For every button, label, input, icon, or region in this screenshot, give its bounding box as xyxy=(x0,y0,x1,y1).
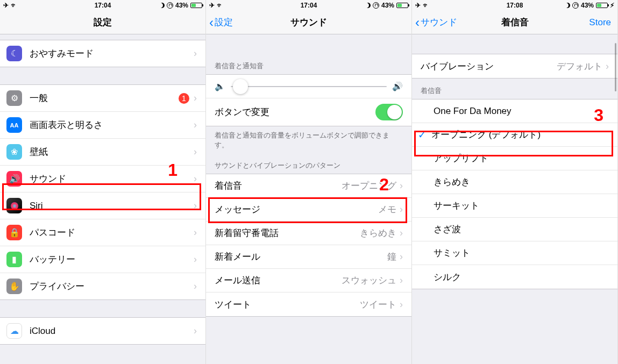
airplane-icon: ✈︎ xyxy=(415,2,421,9)
ringtone-default[interactable]: ✓ オープニング (デフォルト) xyxy=(412,123,617,147)
cell-battery[interactable]: ▮ バッテリー › xyxy=(0,246,205,273)
ringtone-label: サーキット xyxy=(434,199,609,212)
chevron-right-icon: › xyxy=(400,275,403,286)
toggle-change-with-buttons[interactable] xyxy=(375,104,403,120)
volume-slider-row[interactable]: 🔈 🔊 xyxy=(206,75,411,98)
cell-sent-mail[interactable]: メール送信 スウォッシュ › xyxy=(206,269,411,292)
ringtone-custom[interactable]: One For Da Money xyxy=(412,99,617,123)
group-footer: 着信音と通知音の音量をボリュームボタンで調節できます。 xyxy=(206,126,411,153)
cell-label: おやすみモード xyxy=(30,47,194,60)
chevron-right-icon: › xyxy=(194,146,197,158)
status-time: 17:04 xyxy=(301,2,317,9)
cell-detail: きらめき xyxy=(360,227,396,239)
airplane-icon: ✈︎ xyxy=(209,2,215,9)
cell-vibration[interactable]: バイブレーション デフォルト › xyxy=(412,54,617,78)
back-button[interactable]: ‹ サウンド xyxy=(415,16,457,29)
cell-detail: デフォルト xyxy=(557,60,602,73)
wifi-icon: ᯤ xyxy=(11,2,17,9)
text-size-icon: AA xyxy=(6,117,22,133)
ringtone-label: シルク xyxy=(434,271,609,283)
cell-do-not-disturb[interactable]: ☾ おやすみモード › xyxy=(0,40,205,67)
status-bar: ✈︎ ᯤ 17:04 43% xyxy=(0,0,205,11)
group-header-patterns: サウンドとバイブレーションのパターン xyxy=(206,153,411,174)
chevron-right-icon: › xyxy=(400,204,403,215)
store-button[interactable]: Store xyxy=(589,17,611,28)
lock-icon: 🔒 xyxy=(6,225,22,240)
status-bar: ✈︎ ᯤ 17:08 43% ⚡︎ xyxy=(412,0,617,11)
ringtone-item[interactable]: アップリフト xyxy=(412,147,617,170)
speaker-high-icon: 🔊 xyxy=(392,81,403,91)
chevron-right-icon: › xyxy=(606,61,609,72)
cell-label: Siri xyxy=(30,201,194,211)
cell-voicemail[interactable]: 新着留守番電話 きらめき › xyxy=(206,222,411,245)
cell-label: 新着メール xyxy=(215,251,387,263)
wifi-icon: ᯤ xyxy=(423,2,429,9)
battery-pct: 43% xyxy=(581,2,594,9)
ringtone-label: さざ波 xyxy=(434,223,609,235)
chevron-right-icon: › xyxy=(194,200,197,211)
battery-icon xyxy=(596,3,608,8)
ringtone-item[interactable]: サミット xyxy=(412,241,617,265)
screen-settings: ✈︎ ᯤ 17:04 43% 設定 ☾ おやすみモード › ⚙︎ 一般 1 › … xyxy=(0,0,206,364)
cell-label: 画面表示と明るさ xyxy=(30,119,194,131)
moon-icon: ☾ xyxy=(6,46,22,61)
cell-label: パスコード xyxy=(30,226,194,239)
charging-icon: ⚡︎ xyxy=(610,2,614,9)
status-time: 17:08 xyxy=(507,2,523,9)
speaker-icon: 🔊 xyxy=(6,171,22,187)
nav-bar: ‹ サウンド 着信音 Store xyxy=(412,11,617,34)
cell-text-tone[interactable]: メッセージ メモ › xyxy=(206,198,411,222)
ringtone-item[interactable]: きらめき xyxy=(412,170,617,194)
chevron-right-icon: › xyxy=(400,227,403,239)
cell-label: ボタンで変更 xyxy=(215,106,375,118)
page-title: 着信音 xyxy=(501,16,529,28)
cell-siri[interactable]: Siri › xyxy=(0,192,205,219)
cell-label: メッセージ xyxy=(215,203,378,216)
status-bar: ✈︎ ᯤ 17:04 43% xyxy=(206,0,411,11)
cell-detail: 鐘 xyxy=(387,251,396,263)
chevron-right-icon: › xyxy=(194,281,197,292)
ringtone-item[interactable]: サーキット xyxy=(412,194,617,218)
back-label: サウンド xyxy=(421,16,457,28)
cell-tweet[interactable]: ツイート ツイート › xyxy=(206,292,411,316)
scrollbar-indicator[interactable] xyxy=(615,43,616,91)
dnd-moon-icon xyxy=(365,3,371,8)
chevron-right-icon: › xyxy=(194,173,197,184)
step-number-1: 1 xyxy=(168,160,177,180)
cell-icloud[interactable]: ☁︎ iCloud › xyxy=(0,318,205,344)
step-number-3: 3 xyxy=(594,105,603,125)
page-title: 設定 xyxy=(94,16,112,28)
chevron-left-icon: ‹ xyxy=(415,16,420,29)
notification-badge: 1 xyxy=(179,93,189,104)
cell-label: バイブレーション xyxy=(421,60,557,73)
cell-detail: スウォッシュ xyxy=(342,274,396,287)
ringtone-label: One For Da Money xyxy=(434,106,609,117)
cell-label: メール送信 xyxy=(215,274,342,287)
cell-passcode[interactable]: 🔒 パスコード › xyxy=(0,219,205,246)
flower-icon: ❀ xyxy=(6,144,22,160)
ringtone-item[interactable]: さざ波 xyxy=(412,218,617,241)
cell-general[interactable]: ⚙︎ 一般 1 › xyxy=(0,85,205,112)
cell-display[interactable]: AA 画面表示と明るさ › xyxy=(0,112,205,139)
back-button[interactable]: ‹ 設定 xyxy=(209,16,233,29)
ringtone-label: アップリフト xyxy=(434,152,609,165)
volume-slider[interactable] xyxy=(231,86,387,87)
page-title: サウンド xyxy=(290,16,327,28)
hand-icon: ✋ xyxy=(6,279,22,294)
cell-label: 着信音 xyxy=(215,180,342,192)
cell-label: ツイート xyxy=(215,298,360,311)
ringtone-label: きらめき xyxy=(434,176,609,188)
chevron-right-icon: › xyxy=(400,251,403,262)
cell-privacy[interactable]: ✋ プライバシー › xyxy=(0,273,205,299)
screen-sounds: ✈︎ ᯤ 17:04 43% ‹ 設定 サウンド 着信音と通知音 🔈 🔊 ボタン… xyxy=(206,0,412,364)
battery-icon xyxy=(396,3,408,8)
chevron-right-icon: › xyxy=(194,92,197,104)
dnd-moon-icon xyxy=(159,3,165,8)
cell-change-with-buttons[interactable]: ボタンで変更 xyxy=(206,98,411,126)
airplane-icon: ✈︎ xyxy=(3,2,9,9)
siri-icon xyxy=(6,198,22,213)
cell-new-mail[interactable]: 新着メール 鐘 › xyxy=(206,245,411,269)
ringtone-item[interactable]: シルク xyxy=(412,265,617,289)
chevron-right-icon: › xyxy=(194,254,197,265)
cell-detail: メモ xyxy=(378,203,396,216)
